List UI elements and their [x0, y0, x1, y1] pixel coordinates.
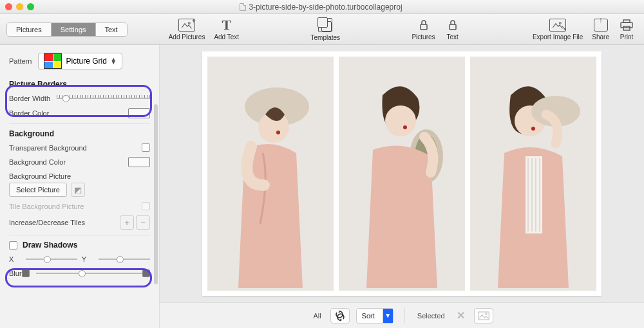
svg-point-13 — [403, 125, 407, 129]
crop-picture-button[interactable]: ◩ — [71, 183, 85, 197]
selected-thumbnail-button[interactable] — [474, 308, 493, 323]
collage-cell-3[interactable] — [470, 57, 596, 291]
export-label: Export Image File — [533, 33, 583, 41]
filename-label: 3-picture-side-by-side-photo.turbocollag… — [249, 3, 402, 12]
shadow-from-swatch[interactable] — [22, 269, 30, 277]
border-width-slider[interactable] — [57, 94, 150, 103]
footer-separator — [404, 308, 404, 323]
canvas-area: All Sort ▼ Selected ✕ — [160, 45, 644, 328]
chevron-updown-icon: ▲▼ — [111, 58, 117, 64]
svg-point-26 — [485, 313, 487, 314]
export-icon — [549, 19, 566, 32]
footer-selected-label: Selected — [415, 312, 448, 320]
inc-dec-tiles-label: Increase/Decrease Tiles — [9, 219, 85, 226]
svg-rect-1 — [421, 24, 427, 30]
border-color-label: Border Color — [9, 109, 49, 117]
draw-shadows-heading: Draw Shadows — [23, 241, 77, 250]
close-window-button[interactable] — [5, 3, 12, 10]
tab-pictures[interactable]: Pictures — [7, 23, 51, 36]
shadow-x-label: X — [9, 255, 15, 263]
collage-preview[interactable] — [202, 51, 601, 296]
add-text-label: Add Text — [214, 33, 239, 41]
tile-bg-label: Tile Background Picture — [9, 203, 84, 210]
shadow-blur-label: Blur — [9, 269, 22, 277]
shadow-x-slider[interactable] — [26, 255, 77, 264]
add-pictures-label: Add Pictures — [169, 33, 205, 41]
canvas-footer: All Sort ▼ Selected ✕ — [160, 302, 644, 328]
shadow-blur-thumb[interactable] — [79, 270, 86, 277]
settings-sidebar: Pattern Picture Grid ▲▼ Picture Borders … — [0, 45, 160, 328]
bg-color-label: Background Color — [9, 158, 66, 166]
pattern-value: Picture Grid — [66, 57, 106, 66]
select-picture-button[interactable]: Select Picture — [9, 183, 67, 197]
bg-picture-label: Background Picture — [9, 172, 71, 180]
collage-cell-2[interactable] — [339, 57, 465, 291]
window-title: 3-picture-side-by-side-photo.turbocollag… — [34, 3, 608, 12]
sidebar-scrollbar[interactable] — [154, 104, 158, 284]
share-icon — [594, 19, 608, 32]
add-pictures-icon — [178, 19, 195, 32]
pattern-label: Pattern — [9, 57, 32, 65]
window-titlebar: 3-picture-side-by-side-photo.turbocollag… — [0, 0, 644, 14]
minimize-window-button[interactable] — [16, 3, 23, 10]
sidebar-tab-segmented[interactable]: Pictures Settings Text — [6, 23, 128, 37]
window-traffic-lights[interactable] — [5, 3, 34, 10]
print-button[interactable]: Print — [616, 19, 638, 41]
main-area: Pattern Picture Grid ▲▼ Picture Borders … — [0, 45, 644, 328]
svg-rect-4 — [621, 23, 632, 28]
shadow-x-thumb[interactable] — [44, 256, 51, 263]
add-text-icon: T — [218, 19, 235, 32]
transparent-bg-checkbox[interactable] — [142, 143, 150, 152]
collage-cell-1[interactable] — [207, 57, 334, 291]
image-icon — [478, 311, 489, 320]
lock-text-label: Text — [446, 33, 458, 41]
border-width-label: Border Width — [9, 95, 50, 102]
add-pictures-button[interactable]: Add Pictures — [166, 19, 208, 41]
templates-icon — [318, 18, 332, 32]
shuffle-button[interactable] — [330, 308, 350, 323]
picture-borders-heading: Picture Borders — [9, 80, 150, 89]
toolbar: Pictures Settings Text Add Pictures T Ad… — [0, 14, 644, 45]
lock-pictures-button[interactable]: Pictures — [409, 19, 437, 41]
tile-bg-checkbox[interactable] — [142, 202, 150, 210]
add-text-button[interactable]: T Add Text — [211, 19, 242, 41]
shadow-y-label: Y — [82, 255, 88, 263]
sort-dropdown[interactable]: Sort ▼ — [356, 308, 393, 323]
svg-point-18 — [531, 127, 535, 131]
tab-text[interactable]: Text — [95, 23, 127, 36]
document-icon — [240, 3, 246, 11]
transparent-bg-label: Transparent Background — [9, 144, 87, 152]
tab-settings[interactable]: Settings — [51, 23, 95, 36]
lock-text-icon — [444, 19, 461, 32]
svg-point-3 — [559, 22, 561, 24]
export-image-button[interactable]: Export Image File — [530, 19, 585, 41]
footer-all-label: All — [310, 312, 323, 320]
shadow-to-swatch[interactable] — [142, 269, 150, 277]
border-color-swatch[interactable] — [128, 108, 150, 118]
canvas-view[interactable] — [160, 45, 644, 302]
draw-shadows-checkbox[interactable] — [9, 241, 17, 250]
svg-rect-25 — [478, 312, 489, 320]
svg-rect-2 — [450, 24, 456, 30]
svg-rect-6 — [623, 26, 630, 30]
picture-borders-section: Picture Borders Border Width Border Colo… — [0, 76, 159, 289]
bg-color-swatch[interactable] — [128, 157, 150, 167]
increase-tiles-button[interactable]: + — [120, 215, 134, 230]
zoom-window-button[interactable] — [27, 3, 34, 10]
share-button[interactable]: Share — [589, 19, 612, 41]
templates-button[interactable]: Templates — [308, 18, 343, 41]
background-heading: Background — [9, 129, 150, 138]
svg-point-10 — [276, 131, 280, 134]
chevron-down-icon: ▼ — [383, 309, 393, 323]
lock-text-button[interactable]: Text — [442, 19, 464, 41]
print-label: Print — [620, 33, 634, 41]
decrease-tiles-button[interactable]: − — [136, 215, 150, 230]
share-label: Share — [592, 33, 609, 41]
clear-selection-button[interactable]: ✕ — [454, 309, 468, 322]
pattern-dropdown[interactable]: Picture Grid ▲▼ — [38, 53, 122, 69]
border-width-slider-thumb[interactable] — [62, 95, 70, 102]
sort-label: Sort — [357, 312, 380, 320]
shadow-y-slider[interactable] — [99, 255, 150, 264]
shadow-y-thumb[interactable] — [117, 256, 124, 263]
shadow-blur-slider[interactable] — [36, 269, 142, 278]
